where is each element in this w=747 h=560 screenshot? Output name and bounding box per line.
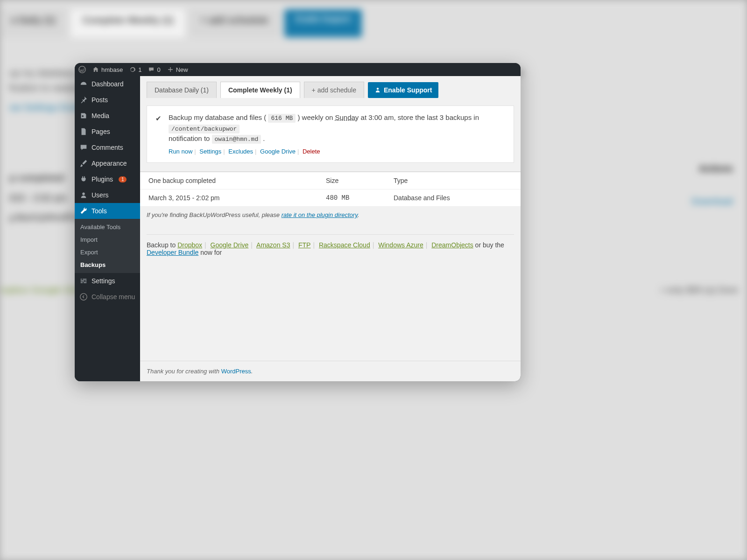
site-name-link[interactable]: hmbase (92, 66, 123, 73)
table-header: One backup completed Size Type (140, 172, 521, 189)
col-type: Type (394, 177, 512, 184)
tab-database-daily[interactable]: Database Daily (1) (147, 82, 217, 98)
menu-appearance[interactable]: Appearance (75, 155, 140, 171)
svg-point-1 (82, 193, 85, 195)
delete-link[interactable]: Delete (303, 148, 320, 155)
excludes-link[interactable]: Excludes (228, 148, 253, 155)
menu-pages[interactable]: Pages (75, 124, 140, 140)
comments-count: 0 (157, 66, 160, 73)
tab-add-schedule[interactable]: + add schedule (304, 82, 364, 98)
new-label: New (176, 66, 188, 73)
rate-plugin-link[interactable]: rate it on the plugin directory (282, 211, 358, 218)
admin-bar: hmbase 1 0 New (75, 63, 521, 76)
dropbox-link[interactable]: Dropbox (177, 241, 202, 249)
updates-count: 1 (138, 66, 141, 73)
wp-footer: Thank you for creating with WordPress. (140, 361, 521, 381)
rating-note: If you're finding BackUpWordPress useful… (140, 207, 521, 223)
menu-comments[interactable]: Comments (75, 140, 140, 155)
plug-icon (79, 175, 88, 183)
schedule-day: Sunday (335, 113, 359, 121)
ftp-link[interactable]: FTP (298, 241, 310, 249)
media-icon (79, 112, 88, 120)
sliders-icon (79, 277, 88, 285)
backup-destinations: Backup to Dropbox| Google Drive| Amazon … (140, 235, 521, 263)
schedule-summary: ✔ Backup my database and files ( 616 MB … (147, 105, 514, 163)
menu-plugins[interactable]: Plugins 1 (75, 171, 140, 187)
rackspace-link[interactable]: Rackspace Cloud (319, 241, 370, 249)
google-drive-dest-link[interactable]: Google Drive (211, 241, 249, 249)
submenu-import[interactable]: Import (75, 233, 140, 246)
run-now-link[interactable]: Run now (169, 148, 192, 155)
submenu-available-tools[interactable]: Available Tools (75, 221, 140, 233)
backup-path-chip: /content/backupwor (169, 125, 240, 133)
submenu-export[interactable]: Export (75, 246, 140, 259)
collapse-menu[interactable]: Collapse menu (75, 289, 140, 305)
submenu-backups[interactable]: Backups (75, 259, 140, 271)
svg-point-3 (377, 88, 379, 90)
comments-link[interactable]: 0 (148, 66, 160, 73)
pin-icon (79, 96, 88, 104)
user-icon (79, 191, 88, 199)
check-icon: ✔ (155, 113, 162, 124)
enable-support-button[interactable]: Enable Support (368, 82, 438, 98)
table-row: March 3, 2015 - 2:02 pm 480 MB Database … (140, 189, 521, 207)
admin-window: hmbase 1 0 New Dashboard Posts (75, 63, 521, 381)
azure-link[interactable]: Windows Azure (378, 241, 423, 249)
dreamobjects-link[interactable]: DreamObjects (431, 241, 473, 249)
settings-link[interactable]: Settings (199, 148, 221, 155)
menu-media[interactable]: Media (75, 108, 140, 124)
menu-dashboard[interactable]: Dashboard (75, 76, 140, 92)
brush-icon (79, 159, 88, 168)
cell-size: 480 MB (326, 194, 394, 202)
site-name: hmbase (101, 66, 123, 73)
amazon-s3-link[interactable]: Amazon S3 (256, 241, 290, 249)
google-drive-link[interactable]: Google Drive (260, 148, 296, 155)
tools-submenu: Available Tools Import Export Backups (75, 219, 140, 273)
cell-date: March 3, 2015 - 2:02 pm (148, 194, 326, 202)
wrench-icon (79, 207, 88, 215)
wp-logo-icon[interactable] (78, 66, 86, 73)
col-status: One backup completed (148, 177, 326, 184)
wordpress-link[interactable]: WordPress (221, 368, 251, 375)
schedule-action-links: Run now| Settings| Excludes| Google Driv… (169, 147, 505, 156)
admin-sidebar: Dashboard Posts Media Pages Comments App… (75, 76, 140, 381)
schedule-tabs: Database Daily (1) Complete Weekly (1) +… (140, 76, 521, 98)
collapse-icon (79, 293, 88, 301)
menu-posts[interactable]: Posts (75, 92, 140, 108)
tab-complete-weekly[interactable]: Complete Weekly (1) (220, 82, 300, 98)
comments-icon (79, 143, 88, 152)
cell-type: Database and Files (394, 194, 512, 202)
summary-text: Backup my database and files ( 616 MB ) … (169, 112, 505, 144)
plugins-badge: 1 (119, 176, 127, 182)
menu-settings[interactable]: Settings (75, 273, 140, 289)
user-support-icon (374, 87, 381, 93)
dashboard-icon (79, 80, 88, 88)
developer-bundle-link[interactable]: Developer Bundle (147, 249, 198, 256)
pages-icon (79, 127, 88, 136)
updates-link[interactable]: 1 (129, 66, 141, 73)
backups-table: One backup completed Size Type March 3, … (140, 171, 521, 207)
backup-size-chip: 616 MB (268, 114, 296, 123)
main-content: Database Daily (1) Complete Weekly (1) +… (140, 76, 521, 381)
col-size: Size (326, 177, 394, 184)
menu-tools[interactable]: Tools (75, 203, 140, 219)
notification-email-chip: owain@hmn.md (212, 135, 261, 144)
menu-users[interactable]: Users (75, 187, 140, 203)
svg-point-2 (80, 294, 87, 300)
new-link[interactable]: New (167, 66, 188, 73)
